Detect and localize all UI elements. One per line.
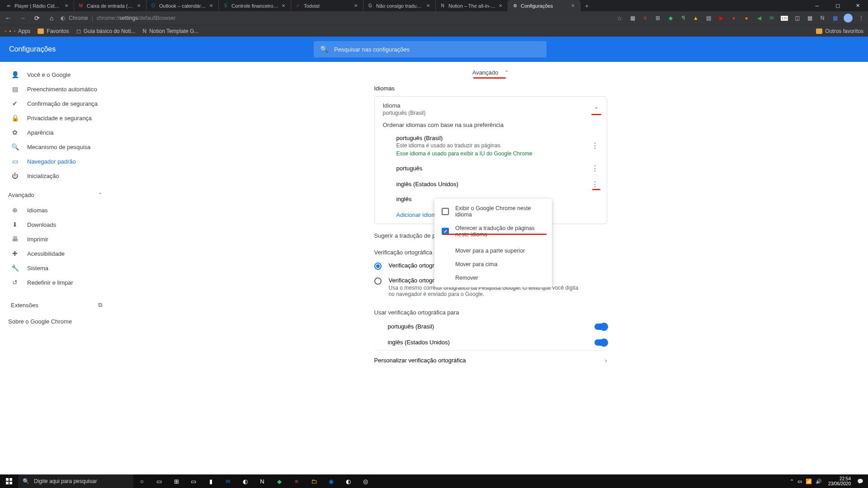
popup-move-up[interactable]: Mover para cima — [434, 258, 552, 271]
sidebar-item-accessibility[interactable]: ✚Acessibilidade — [0, 246, 113, 261]
sidebar-item-startup[interactable]: ⏻Inicialização — [0, 169, 113, 183]
close-icon[interactable]: ✕ — [354, 3, 359, 9]
settings-search[interactable]: 🔍 — [314, 41, 547, 57]
ext-icon[interactable]: ▦ — [831, 14, 839, 22]
sidebar-item-autofill[interactable]: ▤Preenchimento automático — [0, 82, 113, 96]
sidebar-advanced-toggle[interactable]: Avançado⌃ — [0, 187, 113, 203]
tab-2[interactable]: OOutlook – calendário e em✕ — [146, 0, 219, 11]
close-window-button[interactable]: ✕ — [848, 0, 868, 11]
tab-6[interactable]: NNotion – The all-in-one wo✕ — [436, 0, 508, 11]
other-bookmarks[interactable]: Outros favoritos — [816, 28, 863, 34]
taskview-icon[interactable]: ▭ — [151, 474, 168, 488]
start-button[interactable] — [0, 474, 18, 488]
close-icon[interactable]: ✕ — [282, 3, 287, 9]
photos-icon[interactable]: ◎ — [357, 474, 374, 488]
apps-button[interactable]: ⦁⦁⦁Apps — [5, 28, 30, 34]
taskbar-search[interactable]: 🔍Digite aqui para pesquisar — [18, 474, 133, 488]
toggle-switch[interactable] — [594, 324, 607, 330]
chrome-active-icon[interactable]: ◐ — [340, 474, 357, 488]
battery-icon[interactable]: ▭ — [797, 479, 802, 484]
radio-icon[interactable] — [374, 263, 382, 270]
ext-icon[interactable]: ⊞ — [654, 14, 662, 22]
tab-0[interactable]: ∞Player | Rádio Cidade - 102✕ — [2, 0, 74, 11]
ext-icon[interactable]: ◫ — [793, 14, 801, 22]
ext-icon[interactable]: 17h — [780, 14, 788, 22]
taskbar-clock[interactable]: 22:54 23/06/2020 — [826, 476, 854, 486]
sidebar-item-appearance[interactable]: ✿Aparência — [0, 125, 113, 140]
url-field[interactable]: ◐ Chrome | chrome://settings/defaultBrow… — [61, 13, 610, 23]
ext-icon[interactable]: ✉ — [768, 14, 776, 22]
tray-chevron-icon[interactable]: ⌃ — [790, 479, 794, 484]
kebab-icon[interactable]: ⋮ — [591, 164, 599, 173]
close-icon[interactable]: ✕ — [426, 3, 432, 9]
sidebar-item-privacy[interactable]: 🔒Privacidade e segurança — [0, 111, 113, 125]
close-icon[interactable]: ✕ — [571, 3, 576, 9]
sidebar-item-default-browser[interactable]: ▭Navegador padrão — [0, 154, 113, 169]
ext-icon[interactable]: ≡ — [641, 14, 649, 22]
close-icon[interactable]: ✕ — [209, 3, 215, 9]
new-tab-button[interactable]: + — [580, 0, 593, 11]
customize-spellcheck-row[interactable]: Personalizar verificação ortográfica › — [374, 350, 607, 370]
ext-icon[interactable]: ● — [742, 14, 750, 22]
checkbox-icon[interactable] — [442, 208, 449, 215]
notion-icon[interactable]: N — [254, 474, 271, 488]
back-button[interactable]: ← — [3, 13, 14, 23]
app-icon[interactable]: ▭ — [185, 474, 202, 488]
profile-avatar[interactable] — [844, 14, 853, 23]
popup-show-chrome-lang[interactable]: Exibir o Google Chrome neste idioma — [434, 202, 552, 221]
cortana-icon[interactable]: ○ — [133, 474, 151, 488]
menu-icon[interactable]: ⋮ — [857, 14, 865, 22]
search-input[interactable] — [334, 46, 540, 53]
sidebar-about[interactable]: Sobre o Google Chrome — [0, 314, 113, 328]
tab-3[interactable]: SControle financeiro pessoal✕ — [219, 0, 291, 11]
sidebar-item-languages[interactable]: ⊕Idiomas — [0, 203, 113, 217]
close-icon[interactable]: ✕ — [499, 3, 504, 9]
kebab-icon[interactable]: ⋮ — [591, 180, 599, 188]
advanced-header[interactable]: Avançado⌃ — [113, 62, 868, 79]
ext-icon[interactable]: ▲ — [692, 14, 700, 22]
ext-icon[interactable]: ▦ — [806, 14, 814, 22]
bookmark-item[interactable]: ◻Guia básico do Noti... — [76, 28, 136, 34]
ext-icon[interactable]: ▦ — [628, 14, 637, 22]
sidebar-item-search-engine[interactable]: 🔍Mecanismo de pesquisa — [0, 140, 113, 154]
tab-7[interactable]: ⚙Configurações✕ — [508, 0, 580, 11]
chrome-icon[interactable]: ◐ — [236, 474, 254, 488]
bookmark-folder[interactable]: Favoritos — [38, 28, 69, 34]
sidebar-item-reset[interactable]: ↺Redefinir e limpar — [0, 275, 113, 290]
popup-remove[interactable]: Remover — [434, 271, 552, 285]
sidebar-item-you-google[interactable]: 👤Você e o Google — [0, 67, 113, 82]
toggle-switch[interactable] — [594, 339, 607, 346]
notifications-icon[interactable]: 💬 — [857, 479, 863, 484]
minimize-button[interactable]: ─ — [807, 0, 827, 11]
sidebar-extensions[interactable]: Extensões⧉ — [0, 296, 113, 314]
ext-icon[interactable]: ◀ — [755, 14, 763, 22]
tab-1[interactable]: MCaixa de entrada (4) - robsc✕ — [74, 0, 146, 11]
kebab-icon[interactable]: ⋮ — [591, 141, 599, 150]
app-icon[interactable]: ▮ — [202, 474, 219, 488]
calculator-icon[interactable]: ⊞ — [168, 474, 185, 488]
tab-4[interactable]: ✓Todoist✕ — [291, 0, 363, 11]
popup-move-top[interactable]: Mover para a parte superior — [434, 244, 552, 258]
ext-icon[interactable]: ▤ — [704, 14, 712, 22]
ext-icon[interactable]: ● — [730, 14, 738, 22]
todoist-icon[interactable]: ≡ — [288, 474, 305, 488]
ext-icon[interactable]: ◆ — [666, 14, 675, 22]
home-button[interactable]: ⌂ — [46, 13, 57, 23]
sidebar-item-print[interactable]: 🖶Imprimir — [0, 232, 113, 246]
reload-button[interactable]: ⟳ — [32, 13, 42, 23]
close-icon[interactable]: ✕ — [137, 3, 142, 9]
maximize-button[interactable]: ▢ — [827, 0, 848, 11]
radio-icon[interactable] — [374, 277, 382, 285]
language-card-header[interactable]: Idioma português (Brasil) ⌃ — [375, 97, 607, 122]
ext-icon[interactable]: ꟼ — [679, 14, 687, 22]
tab-5[interactable]: GNão consigo traduzir a pág✕ — [363, 0, 436, 11]
ext-icon[interactable]: ▶ — [717, 14, 725, 22]
sidebar-item-downloads[interactable]: ⬇Downloads — [0, 217, 113, 232]
evernote-icon[interactable]: ◆ — [271, 474, 288, 488]
volume-icon[interactable]: 🔊 — [816, 479, 822, 484]
star-icon[interactable]: ☆ — [614, 13, 625, 23]
sidebar-item-system[interactable]: 🔧Sistema — [0, 261, 113, 275]
popup-offer-translate[interactable]: Oferecer a tradução de páginas neste idi… — [434, 221, 552, 241]
bookmark-item[interactable]: NNotion Template G... — [142, 28, 198, 34]
explorer-icon[interactable]: 🗀 — [305, 474, 322, 488]
